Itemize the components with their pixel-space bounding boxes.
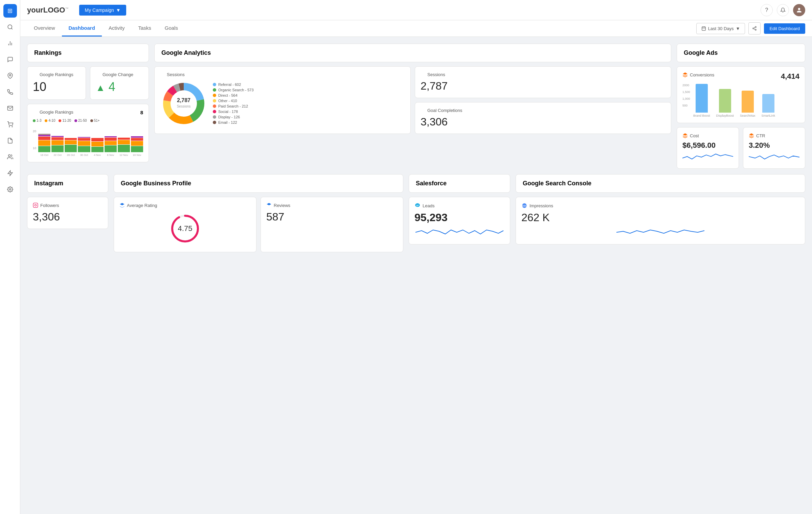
sidebar-item-mail[interactable] [3,101,17,115]
edit-dashboard-button[interactable]: Edit Dashboard [764,23,805,34]
rankings-section: Rankings Google Rankings 10 [27,44,149,169]
svg-point-12 [753,28,754,29]
analytics-header: Google Analytics [154,44,671,62]
svg-text:2,787: 2,787 [177,97,190,103]
svg-point-3 [12,126,13,127]
svg-marker-5 [8,171,13,176]
sidebar-item-phone[interactable] [3,85,17,99]
svg-point-11 [755,26,757,28]
nav-controls: Last 30 Days ▼ Edit Dashboard [696,22,805,34]
topbar-right: ? [761,4,805,16]
ctr-sparkline [749,150,799,162]
sidebar-item-cart[interactable] [3,118,17,131]
tab-activity[interactable]: Activity [102,20,132,37]
donut-legend: Referral - 602 Organic Search - 573 Dire… [213,83,254,124]
impressions-value: 262 K [521,211,799,224]
svg-rect-7 [702,27,705,30]
followers-value: 3,306 [33,211,103,223]
reviews-card: Reviews 587 [261,197,403,252]
svg-point-13 [755,29,757,30]
rankings-metric-cards: Google Rankings 10 Google Change ▲ 4 [27,66,149,100]
notification-button[interactable] [777,4,789,16]
gsc-icon: GSC [521,203,527,209]
gsc-header: Google Search Console [516,174,805,193]
conversions-bar-chart: 20001,5001,000500 Brand Boost DisplayBoo… [682,84,799,117]
followers-card: Followers 3,306 [27,197,108,229]
sidebar-item-home[interactable]: ⊞ [3,4,17,18]
rankings-header: Rankings [27,44,149,62]
topbar: yourLOGO™ My Campaign ▼ ? [20,0,812,20]
rating-circle: 4.75 [170,213,200,244]
avg-rating-card: Average Rating 4.75 [114,197,256,252]
leads-sparkline [414,224,504,237]
rankings-chart-legend: 1-3 4-10 11-20 21-50 51+ [33,119,143,122]
goal-completions-value: 3,306 [421,116,666,128]
svg-point-1 [9,74,11,76]
campaign-button[interactable]: My Campaign ▼ [79,5,126,16]
ads-section: Google Ads Conversions 4,414 20001,5001,… [677,44,805,169]
sessions-metric-card: Sessions 2,787 [415,66,671,98]
ads-header: Google Ads [677,44,805,62]
sessions-donut-chart: 2,787 Sessions [160,80,207,127]
help-button[interactable]: ? [761,4,773,16]
sidebar-item-chat[interactable] [3,53,17,66]
dashboard-content: Rankings Google Rankings 10 [20,37,812,514]
salesforce-header: Salesforce [409,174,510,193]
google-rankings-card: Google Rankings 10 [27,66,86,100]
google-change-card: Google Change ▲ 4 [90,66,149,100]
reviews-value: 587 [266,211,398,223]
leads-card: SF Leads 95,293 [409,197,510,244]
tab-overview[interactable]: Overview [27,20,62,37]
sessions-donut-card: Sessions [154,66,411,134]
ctr-value: 3.20% [749,141,799,150]
sessions-value: 2,787 [421,80,666,92]
sidebar-item-pin[interactable] [3,69,17,83]
sidebar-item-chart[interactable] [3,37,17,50]
date-range-button[interactable]: Last 30 Days ▼ [696,23,745,34]
sidebar-item-file[interactable] [3,134,17,147]
tab-dashboard[interactable]: Dashboard [62,20,102,37]
leads-value: 95,293 [414,211,504,224]
google-change-value: ▲ 4 [96,80,143,94]
svg-point-0 [8,25,12,29]
gbp-header: Google Business Profile [114,174,403,193]
gsc-section: Google Search Console GSC Impressions 26… [516,174,805,252]
user-avatar[interactable] [793,4,805,16]
svg-line-15 [754,27,755,28]
instagram-section: Instagram Followers 3,306 [27,174,108,252]
cost-value: $6,596.00 [682,141,733,150]
svg-point-4 [8,155,10,157]
impressions-sparkline [521,224,799,237]
gbp-section: Google Business Profile Average Rating [114,174,403,252]
sidebar-item-settings[interactable] [3,183,17,196]
conversions-card: Conversions 4,414 20001,5001,000500 Bran… [677,66,805,123]
gbp-cards: Average Rating 4.75 [114,197,403,252]
svg-point-6 [9,189,11,190]
svg-rect-27 [33,203,38,207]
svg-text:GSC: GSC [522,205,527,207]
logo: yourLOGO™ [27,6,68,15]
svg-point-2 [9,126,10,127]
tab-goals[interactable]: Goals [158,20,185,37]
cost-sparkline [682,150,733,162]
svg-text:Sessions: Sessions [177,104,191,108]
impressions-card: GSC Impressions 262 K [516,197,805,244]
main-area: yourLOGO™ My Campaign ▼ ? Overview Dashb… [20,0,812,514]
cost-card: Cost $6,596.00 [677,127,739,169]
analytics-section: Google Analytics Sessions [154,44,671,169]
svg-line-14 [754,29,755,29]
rankings-chart-card: Google Rankings 8 1-3 4-10 11-20 21-50 5… [27,104,149,162]
sidebar-item-search[interactable] [3,20,17,34]
nav-tabs: Overview Dashboard Activity Tasks Goals … [20,20,812,37]
sidebar: ⊞ [0,0,20,514]
sidebar-item-bolt[interactable] [3,166,17,180]
sidebar-item-users[interactable] [3,150,17,164]
svg-text:SF: SF [416,204,419,207]
google-rankings-value: 10 [33,80,80,94]
tab-tasks[interactable]: Tasks [131,20,158,37]
salesforce-icon: SF [414,203,421,209]
goal-completions-card: Goal Completions 3,306 [415,102,671,134]
share-button[interactable] [748,22,761,34]
ctr-card: CTR 3.20% [743,127,805,169]
salesforce-section: Salesforce SF Leads 95,293 [409,174,510,252]
